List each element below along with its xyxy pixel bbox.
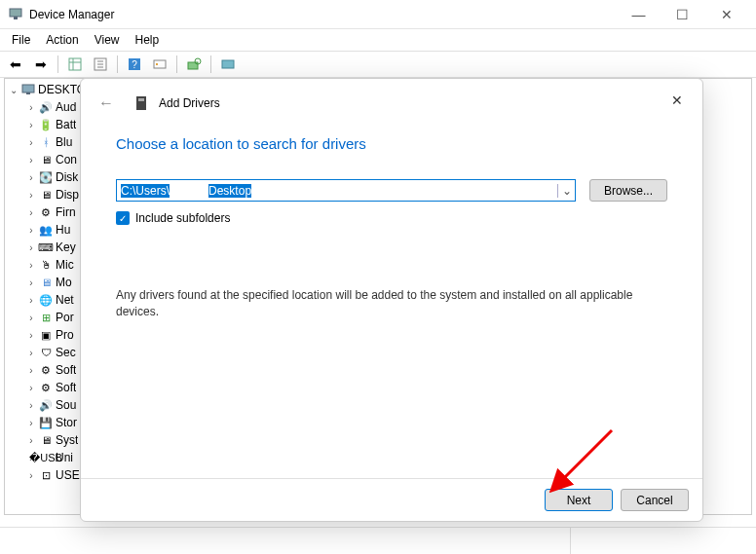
chevron-right-icon[interactable]: › [24,313,38,323]
forward-icon[interactable]: ➡ [29,53,53,76]
svg-rect-15 [222,60,234,68]
close-button[interactable]: ✕ [704,0,748,29]
device-category-icon: 🔊 [38,99,54,115]
show-hidden-icon[interactable] [63,53,87,76]
add-drivers-dialog: ✕ ← Add Drivers Choose a location to sea… [80,78,703,522]
tree-root-label[interactable]: DESKTO [38,83,86,96]
chevron-right-icon[interactable]: › [24,470,38,481]
device-category-icon: 🖥 [38,432,54,448]
dialog-back-icon[interactable]: ← [98,94,114,112]
cancel-button[interactable]: Cancel [621,489,689,511]
menu-view[interactable]: View [87,31,128,49]
chevron-right-icon[interactable]: › [24,348,38,358]
driver-icon [133,95,149,111]
chevron-right-icon[interactable]: › [24,435,38,446]
tree-item-label: Disp [56,188,79,202]
device-category-icon: ᚼ [38,134,54,150]
chevron-right-icon[interactable]: › [24,190,38,201]
scan-icon[interactable] [182,53,206,76]
dialog-heading: Choose a location to search for drivers [116,135,667,152]
tree-item-label: Net [56,293,74,307]
menubar: File Action View Help [0,29,756,51]
chevron-right-icon[interactable]: › [24,102,38,113]
chevron-right-icon[interactable]: › [24,400,38,411]
chevron-right-icon[interactable]: › [24,383,38,393]
tree-item-label: Hu [56,223,70,237]
chevron-right-icon[interactable]: › [24,137,38,148]
chevron-right-icon[interactable]: › [24,277,38,288]
minimize-button[interactable]: — [617,0,661,29]
tree-item-label: Soft [56,363,76,377]
include-subfolders-checkbox[interactable]: ✓ [116,211,130,225]
device-category-icon: 🖥 [38,152,54,167]
chevron-right-icon[interactable]: › [24,242,38,253]
tree-item-label: Uni [56,451,73,464]
device-category-icon: ⚙ [38,362,54,378]
device-category-icon: ⊡ [38,467,54,483]
titlebar: Device Manager — ☐ ✕ [0,0,756,29]
tree-item-label: Firn [56,205,76,219]
tree-item-label: Sou [56,398,76,412]
chevron-right-icon[interactable]: › [24,418,38,428]
svg-text:?: ? [132,59,137,70]
svg-rect-19 [138,98,144,101]
browse-button[interactable]: Browse... [589,179,667,202]
chevron-right-icon[interactable]: › [24,295,38,306]
chevron-down-icon[interactable]: ⌄ [557,184,575,198]
separator [176,55,177,73]
app-icon [8,7,23,22]
svg-rect-2 [69,58,81,70]
chevron-right-icon[interactable]: › [24,120,38,130]
path-segment: C:\Users\ [121,184,170,198]
chevron-right-icon[interactable]: › [24,330,38,341]
window-title: Device Manager [29,8,617,21]
chevron-right-icon[interactable]: › [24,207,38,218]
svg-point-12 [156,63,158,65]
path-combobox[interactable]: C:\Users\ Desktop ⌄ [116,179,576,202]
help-icon[interactable]: ? [123,53,146,76]
chevron-right-icon[interactable]: › [24,225,38,236]
dialog-title: Add Drivers [159,96,220,110]
back-icon[interactable]: ⬅ [4,53,27,76]
tree-item-label: Key [56,240,76,254]
tree-item-label: Por [56,311,74,324]
chevron-right-icon[interactable]: › [24,172,38,183]
toolbar: ⬅ ➡ ? [0,51,756,78]
menu-action[interactable]: Action [38,31,86,49]
maximize-button[interactable]: ☐ [661,0,704,29]
device-category-icon: 💾 [38,415,54,430]
chevron-right-icon[interactable]: › [24,365,38,376]
chevron-right-icon[interactable]: › [24,260,38,271]
device-category-icon: ⚙ [38,380,54,395]
tree-item-label: Mo [56,276,72,289]
device-category-icon: 🌐 [38,292,54,308]
menu-file[interactable]: File [4,31,38,49]
action-icon[interactable] [148,53,171,76]
menu-help[interactable]: Help [128,31,168,49]
tree-item-label: Sec [56,346,76,359]
add-driver-icon[interactable] [216,53,240,76]
device-category-icon: ⚙ [38,204,54,220]
chevron-down-icon[interactable]: ⌄ [7,85,20,95]
device-category-icon: 🖥 [38,187,54,203]
device-category-icon: 🔊 [38,397,54,413]
tree-item-label: Mic [56,258,74,272]
path-segment: Desktop [208,184,251,198]
path-segment [170,184,208,198]
device-category-icon: 💽 [38,169,54,185]
separator [210,55,211,73]
separator [117,55,118,73]
status-bar [0,527,756,554]
properties-icon[interactable] [89,53,112,76]
separator [57,55,58,73]
chevron-right-icon[interactable]: › [24,155,38,166]
svg-rect-17 [26,92,30,94]
tree-item-label: Blu [56,135,72,149]
next-button[interactable]: Next [545,489,613,511]
device-category-icon: 🛡 [38,345,54,360]
tree-item-label: Disk [56,170,78,184]
tree-item-label: Soft [56,381,76,394]
device-category-icon: 🔋 [38,117,54,132]
info-text: Any drivers found at the specified locat… [116,287,667,320]
dialog-close-icon[interactable]: ✕ [663,89,691,112]
